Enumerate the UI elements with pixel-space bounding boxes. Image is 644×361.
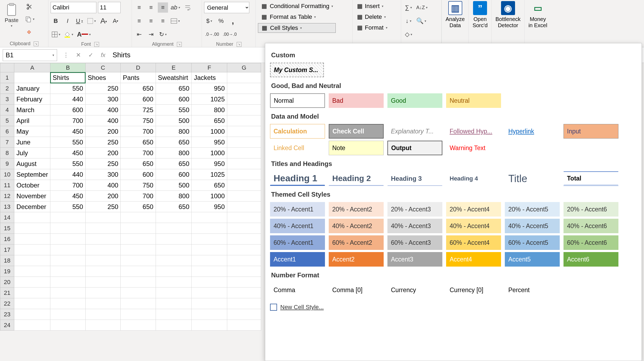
style-check-cell[interactable]: Check Cell xyxy=(329,124,384,139)
cell-E14[interactable] xyxy=(156,212,192,223)
open-sorcd-button[interactable]: ” Open Sorc'd xyxy=(468,0,491,47)
cell-B6[interactable]: 450 xyxy=(50,126,85,137)
cell-B7[interactable]: 550 xyxy=(50,137,85,148)
cell-C2[interactable]: 250 xyxy=(85,83,121,94)
cell-B10[interactable]: 440 xyxy=(50,169,85,180)
cell-B22[interactable] xyxy=(50,298,85,309)
insert-button[interactable]: ▦Insert ▾ xyxy=(355,2,390,11)
font-dialog-launcher[interactable]: ↘ xyxy=(94,42,99,47)
cell-F21[interactable] xyxy=(192,288,227,298)
style-currency[interactable]: Currency xyxy=(387,283,442,297)
decrease-indent-button[interactable]: ⇤ xyxy=(134,29,144,40)
cell-G8[interactable] xyxy=(227,148,261,158)
cell-F11[interactable]: 650 xyxy=(192,180,227,191)
cell-D11[interactable]: 750 xyxy=(121,180,156,191)
cell-F23[interactable] xyxy=(192,309,227,320)
cell-G14[interactable] xyxy=(227,212,261,223)
style-explanatory[interactable]: Explanatory T... xyxy=(387,124,442,139)
cell-A5[interactable]: April xyxy=(14,115,50,126)
cell-D7[interactable]: 650 xyxy=(121,137,156,148)
cell-C9[interactable]: 250 xyxy=(85,158,121,169)
cell-C12[interactable]: 200 xyxy=(85,191,121,201)
cell-F7[interactable]: 950 xyxy=(192,137,227,148)
row-header-10[interactable]: 10 xyxy=(0,169,14,180)
cell-E13[interactable]: 650 xyxy=(156,201,192,212)
cell-D3[interactable]: 600 xyxy=(121,94,156,105)
cell-D22[interactable] xyxy=(121,298,156,309)
number-format-combo[interactable]: General xyxy=(204,2,249,13)
cell-A10[interactable]: September xyxy=(14,169,50,180)
bold-button[interactable]: B xyxy=(51,16,61,26)
cell-E23[interactable] xyxy=(156,309,192,320)
cell-G22[interactable] xyxy=(227,298,261,309)
style-20pct-accent1[interactable]: 20% - Accent1 xyxy=(270,202,325,217)
cell-A16[interactable] xyxy=(14,234,50,245)
border-button[interactable] xyxy=(86,16,97,26)
fill-button[interactable]: ↓ xyxy=(403,16,414,26)
conditional-formatting-button[interactable]: ▦Conditional Formatting ▾ xyxy=(258,2,336,11)
style-title[interactable]: Title xyxy=(505,171,560,186)
borders-dropdown[interactable] xyxy=(51,29,61,40)
col-header-C[interactable]: C xyxy=(85,63,121,72)
style-bad[interactable]: Bad xyxy=(329,93,384,108)
cell-B13[interactable]: 550 xyxy=(50,201,85,212)
align-bottom-button[interactable]: ≡ xyxy=(158,2,168,13)
cancel-edit-button[interactable]: ✕ xyxy=(72,49,85,61)
cell-E19[interactable] xyxy=(156,266,192,277)
row-header-16[interactable]: 16 xyxy=(0,234,14,245)
cell-B16[interactable] xyxy=(50,234,85,245)
underline-button[interactable]: U xyxy=(74,16,85,26)
worksheet[interactable]: ABCDEFG1ShirtsShoesPantsSweatshirtJacket… xyxy=(0,63,261,331)
cell-B14[interactable] xyxy=(50,212,85,223)
cell-B24[interactable] xyxy=(50,320,85,331)
cell-C16[interactable] xyxy=(85,234,121,245)
style-accent3[interactable]: Accent3 xyxy=(387,252,442,267)
cell-A24[interactable] xyxy=(14,320,50,331)
style-my-custom[interactable]: My Custom S... xyxy=(270,63,324,77)
select-all-corner[interactable] xyxy=(0,63,14,72)
cell-D16[interactable] xyxy=(121,234,156,245)
cell-C20[interactable] xyxy=(85,277,121,288)
style-20pct-accent2[interactable]: 20% - Accent2 xyxy=(329,202,384,217)
cell-F15[interactable] xyxy=(192,223,227,234)
cell-G12[interactable] xyxy=(227,191,261,201)
row-header-13[interactable]: 13 xyxy=(0,201,14,212)
style-40pct-accent1[interactable]: 40% - Accent1 xyxy=(270,219,325,233)
comma-format-button[interactable]: , xyxy=(228,16,238,26)
cell-G2[interactable] xyxy=(227,83,261,94)
style-heading-2[interactable]: Heading 2 xyxy=(329,171,384,186)
cell-F19[interactable] xyxy=(192,266,227,277)
style-60pct-accent3[interactable]: 60% - Accent3 xyxy=(387,235,442,250)
cell-C23[interactable] xyxy=(85,309,121,320)
cell-C8[interactable]: 200 xyxy=(85,148,121,158)
cell-G16[interactable] xyxy=(227,234,261,245)
style-normal[interactable]: Normal xyxy=(270,93,325,108)
col-header-D[interactable]: D xyxy=(121,63,156,72)
row-header-24[interactable]: 24 xyxy=(0,320,14,331)
style-percent[interactable]: Percent xyxy=(505,283,560,297)
bottleneck-detector-button[interactable]: ◉ Bottleneck Detector xyxy=(491,0,524,47)
cell-D14[interactable] xyxy=(121,212,156,223)
row-header-4[interactable]: 4 xyxy=(0,105,14,115)
cell-C4[interactable]: 400 xyxy=(85,105,121,115)
alignment-dialog-launcher[interactable]: ↘ xyxy=(177,42,182,47)
cell-F1[interactable]: Jackets xyxy=(192,72,227,83)
orientation-button[interactable]: ab xyxy=(170,2,181,13)
paste-button[interactable]: Paste ▾ xyxy=(2,2,21,29)
font-size-combo[interactable] xyxy=(98,2,121,13)
row-header-17[interactable]: 17 xyxy=(0,245,14,255)
style-20pct-accent3[interactable]: 20% - Accent3 xyxy=(387,202,442,217)
cell-F20[interactable] xyxy=(192,277,227,288)
clipboard-dialog-launcher[interactable]: ↘ xyxy=(34,41,38,46)
cell-F8[interactable]: 1000 xyxy=(192,148,227,158)
format-button[interactable]: ▦Format ▾ xyxy=(355,23,390,32)
align-right-button[interactable]: ≡ xyxy=(158,16,168,26)
cell-B1[interactable]: Shirts xyxy=(50,72,85,83)
cell-B11[interactable]: 700 xyxy=(50,180,85,191)
insert-function-button[interactable]: fx xyxy=(97,49,109,61)
cell-A15[interactable] xyxy=(14,223,50,234)
cell-D19[interactable] xyxy=(121,266,156,277)
money-in-excel-button[interactable]: ▭ Money in Excel xyxy=(524,0,551,47)
cell-C21[interactable] xyxy=(85,288,121,298)
format-as-table-button[interactable]: ▦Format as Table ▾ xyxy=(258,12,336,22)
